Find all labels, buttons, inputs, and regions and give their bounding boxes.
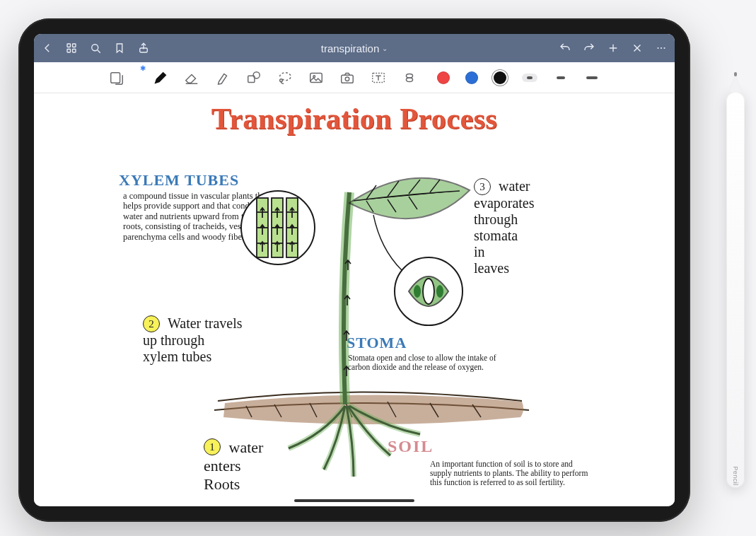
search-button[interactable] (89, 42, 102, 54)
svg-point-22 (345, 77, 349, 81)
svg-point-49 (436, 285, 443, 298)
svg-point-13 (663, 47, 665, 49)
back-button[interactable] (41, 42, 54, 54)
titlebar: transpiration ⌄ (34, 34, 675, 62)
link-tool[interactable] (402, 70, 417, 86)
svg-rect-21 (342, 75, 354, 83)
svg-rect-0 (67, 44, 71, 47)
ipad-frame: transpiration ⌄ (18, 18, 690, 522)
svg-point-48 (414, 285, 421, 298)
document-title-dropdown[interactable]: transpiration ⌄ (150, 42, 559, 54)
svg-point-24 (406, 74, 412, 78)
undo-button[interactable] (559, 42, 571, 54)
color-red[interactable] (437, 71, 450, 84)
bookmark-button[interactable] (113, 42, 126, 54)
close-button[interactable] (631, 42, 644, 54)
color-blue[interactable] (465, 71, 478, 84)
more-button[interactable] (655, 42, 668, 54)
pencil-label: Pencil (732, 466, 739, 486)
add-page-button[interactable] (607, 42, 620, 54)
svg-point-47 (423, 279, 434, 304)
shape-tool[interactable] (246, 70, 262, 86)
bluetooth-indicator: ✱ (140, 64, 146, 72)
svg-point-17 (253, 71, 260, 78)
home-indicator (294, 499, 414, 502)
camera-tool[interactable] (339, 70, 355, 86)
note-drawing (34, 93, 675, 506)
share-button[interactable] (137, 42, 150, 54)
svg-rect-3 (73, 49, 76, 53)
svg-rect-1 (73, 44, 76, 47)
stroke-medium[interactable] (553, 74, 569, 82)
lasso-tool[interactable] (277, 70, 293, 86)
svg-point-18 (280, 78, 283, 81)
redo-button[interactable] (583, 42, 595, 54)
app-screen: transpiration ⌄ (34, 34, 675, 506)
thumbnails-button[interactable] (65, 42, 78, 54)
svg-point-4 (92, 45, 98, 51)
image-tool[interactable] (308, 70, 324, 86)
svg-point-25 (406, 78, 412, 82)
highlighter-tool[interactable] (215, 70, 231, 86)
chevron-down-icon: ⌄ (382, 45, 388, 52)
pen-tool[interactable] (153, 70, 168, 86)
text-tool[interactable] (371, 70, 386, 86)
eraser-tool[interactable] (184, 70, 199, 86)
svg-point-12 (661, 47, 662, 49)
note-canvas[interactable]: Transpiration Process XYLEM TUBES a comp… (34, 93, 675, 506)
svg-point-11 (657, 47, 658, 49)
svg-line-5 (98, 50, 100, 53)
stroke-thin[interactable] (522, 74, 537, 82)
apple-pencil: Pencil (726, 92, 745, 488)
svg-rect-2 (67, 49, 71, 53)
svg-rect-14 (111, 72, 120, 83)
view-tool[interactable] (109, 70, 124, 86)
tool-toolbar: ✱ (34, 62, 675, 93)
document-title: transpiration (321, 42, 380, 54)
color-black[interactable] (494, 71, 506, 84)
stroke-thick[interactable] (584, 74, 600, 82)
